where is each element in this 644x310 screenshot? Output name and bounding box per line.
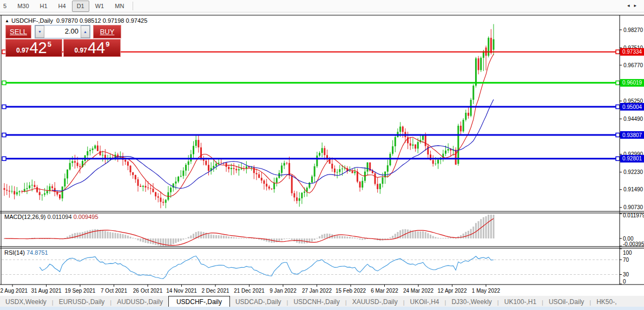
svg-text:0.92801: 0.92801 [622,156,642,162]
trading-platform-window: { "toolbar": { "timeframes": [ {"label":… [0,0,644,310]
tab-audusd-daily[interactable]: AUDUSD-,Daily [111,296,168,307]
tab-usdx-weekly[interactable]: USDX,Weekly [0,296,52,307]
svg-text:21 Dec 2021: 21 Dec 2021 [234,288,265,294]
rsi-levels [2,260,620,274]
svg-text:6 Mar 2022: 6 Mar 2022 [371,288,398,294]
buy-price-prefix: 0.97 [75,47,87,54]
tab-usdcnh-daily[interactable]: USDCNH-,Daily [288,296,345,307]
chevron-up-icon: ▲ [83,30,87,34]
tab-usdcad-daily[interactable]: USDCAD-,Daily [230,296,287,307]
chevron-down-icon: ▼ [38,30,42,34]
svg-text:0.95004: 0.95004 [622,104,642,110]
volume-decrease-button[interactable]: ▼ [35,25,44,38]
sell-price-prefix: 0.97 [16,47,29,54]
sell-button[interactable]: SELL [5,25,31,38]
tab-uk100-h1[interactable]: UK100-,H1 [499,296,542,307]
chart-shift-icon: ▲ [5,18,9,23]
sell-price-panel[interactable]: 0.97 42 5 [5,39,62,57]
svg-text:0.011979: 0.011979 [623,212,644,218]
svg-text:27 Jan 2022: 27 Jan 2022 [302,288,332,294]
tab-scroll-arrows: ◂▸ [627,3,641,8]
symbol-period-label: USDCHF-,Daily [11,17,53,24]
svg-text:0.96019: 0.96019 [622,80,642,86]
svg-text:0.97334: 0.97334 [622,49,642,55]
rsi-line [40,256,494,279]
chart-ohlc-header: ▲USDCHF-,Daily 0.97870 0.98512 0.97198 0… [5,17,147,24]
svg-text:9 Jan 2022: 9 Jan 2022 [270,288,297,294]
svg-text:0.94490: 0.94490 [623,116,643,122]
tab-eurusd-daily[interactable]: EURUSD-,Daily [54,296,110,307]
tab-scroll-right-icon[interactable]: ▸ [634,3,641,8]
sell-price-pip: 5 [48,40,51,48]
svg-text:31 Aug 2021: 31 Aug 2021 [31,288,62,294]
price-axis[interactable]: 0.982700.975100.967700.960100.952500.944… [620,27,644,211]
low-value: 0.97198 [103,17,124,24]
svg-text:7 Oct 2021: 7 Oct 2021 [101,288,127,294]
macd-axis: 0.0119790.00-0.00395 [620,212,644,247]
high-value: 0.98512 [80,17,101,24]
buy-price-panel[interactable]: 0.97 44 9 [63,39,121,57]
svg-text:12 Aug 2021: 12 Aug 2021 [0,288,28,294]
macd-label: MACD(12,26,9) 0.011094 0.009495 [4,214,98,220]
volume-spinner: ▼ 2.00 ▲ [35,25,90,38]
buy-price-big: 44 [88,40,105,56]
svg-text:14 Nov 2021: 14 Nov 2021 [166,288,197,294]
svg-text:2 Dec 2021: 2 Dec 2021 [201,288,229,294]
tab-dj30-weekly[interactable]: DJ30-,Weekly [446,296,497,307]
tab-usdchf-daily[interactable]: USDCHF-,Daily [168,296,230,307]
svg-text:MACD(12,26,9) 0.011094 0.00949: MACD(12,26,9) 0.011094 0.009495 [4,214,98,220]
buy-button[interactable]: BUY [93,25,121,38]
svg-text:30: 30 [623,272,629,277]
close-value: 0.97425 [126,17,148,24]
svg-text:12 Apr 2022: 12 Apr 2022 [438,288,467,294]
svg-text:RSI(14) 74.8751: RSI(14) 74.8751 [4,249,48,256]
ma-fast-line [22,54,494,196]
svg-text:26 Oct 2021: 26 Oct 2021 [133,288,163,294]
svg-text:-0.00395: -0.00395 [623,241,644,247]
one-click-trading-widget: SELL ▼ 2.00 ▲ BUY 0.97 42 5 0.97 44 9 [5,25,121,57]
date-axis[interactable]: 12 Aug 202131 Aug 202119 Sep 20217 Oct 2… [0,285,501,294]
tab-scroll-left-icon[interactable]: ◂ [627,3,634,8]
rsi-axis: 10070300 [620,249,632,285]
bottom-strip [0,307,644,310]
svg-text:70: 70 [623,257,629,263]
svg-text:0: 0 [623,279,626,285]
rsi-label: RSI(14) 74.8751 [4,249,48,256]
symbol-tab-bar: USDX,Weekly|EURUSD-,Daily|AUDUSD-,DailyU… [0,295,644,307]
ma-slow-line [52,100,494,191]
svg-text:1 May 2022: 1 May 2022 [472,288,501,294]
svg-text:0.96770: 0.96770 [623,62,643,68]
svg-text:0.90730: 0.90730 [623,204,643,210]
sell-price-big: 42 [29,40,47,56]
svg-text:15 Feb 2022: 15 Feb 2022 [336,288,366,294]
volume-input[interactable]: 2.00 [44,25,81,38]
svg-text:100: 100 [623,250,632,256]
buy-price-pip: 9 [106,40,109,48]
svg-text:19 Sep 2021: 19 Sep 2021 [65,288,96,294]
svg-text:0.93807: 0.93807 [622,132,642,138]
volume-increase-button[interactable]: ▲ [81,25,90,38]
open-value: 0.97870 [56,17,78,24]
svg-text:0.98270: 0.98270 [623,27,643,33]
svg-text:24 Mar 2022: 24 Mar 2022 [403,288,434,294]
svg-text:0.92230: 0.92230 [623,169,643,175]
tab-xauusd-daily[interactable]: XAUUSD-,Daily [347,296,403,307]
tab-usoil-daily[interactable]: USOil-,Daily [543,296,589,307]
tab-ukoil-h4[interactable]: UKOil-,H4 [405,296,445,307]
horizontal-lines[interactable] [2,50,620,160]
svg-text:0.91490: 0.91490 [623,186,643,192]
tab-hk50-[interactable]: HK50-, [591,296,622,307]
